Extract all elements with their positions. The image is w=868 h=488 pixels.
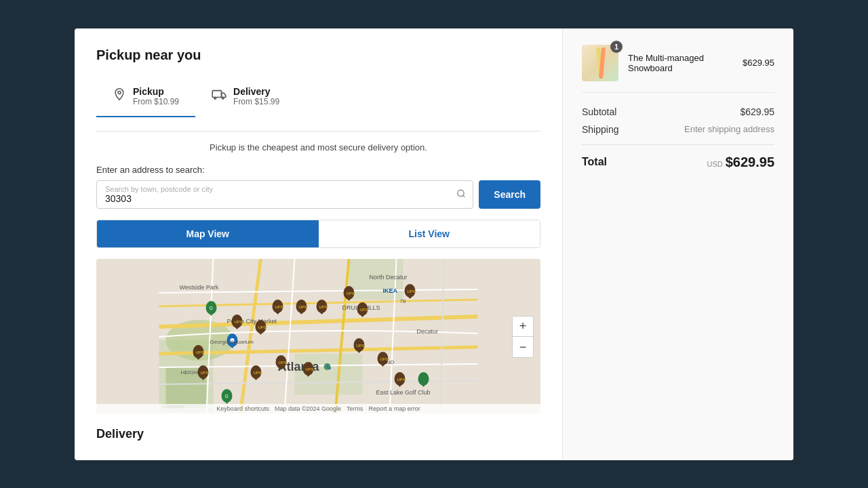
shipping-label: Shipping <box>582 124 619 135</box>
total-label: Total <box>582 156 607 168</box>
svg-line-5 <box>463 195 465 197</box>
svg-text:Decatur: Decatur <box>417 328 439 335</box>
svg-text:UPS: UPS <box>235 320 243 324</box>
map-view-button[interactable]: Map View <box>97 220 319 247</box>
pickup-icon <box>113 87 126 104</box>
svg-text:UPS: UPS <box>357 344 365 348</box>
pickup-info-text: Pickup is the cheapest and most secure d… <box>96 142 540 152</box>
total-row: Total USD $629.95 <box>582 144 774 170</box>
svg-text:G: G <box>210 306 213 310</box>
svg-rect-1 <box>212 91 221 98</box>
left-panel: Pickup near you Pickup From $10.99 <box>75 28 563 460</box>
view-toggle: Map View List View <box>96 220 540 248</box>
svg-text:UPS: UPS <box>408 289 416 293</box>
list-view-button[interactable]: List View <box>319 220 540 247</box>
currency-label: USD <box>707 160 722 168</box>
divider <box>96 131 540 131</box>
cart-item-image-wrapper: 1 <box>582 45 618 81</box>
main-container: Pickup near you Pickup From $10.99 <box>75 28 793 460</box>
delivery-option[interactable]: Delivery From $15.99 <box>195 77 296 117</box>
total-price: $629.95 <box>726 155 774 170</box>
search-button[interactable]: Search <box>479 180 540 209</box>
map-controls: + − <box>512 316 534 358</box>
delivery-icon <box>212 89 226 103</box>
cart-item-name: The Multi-managed Snowboard <box>628 53 733 73</box>
right-panel: 1 The Multi-managed Snowboard $629.95 Su… <box>563 28 793 460</box>
cart-item-price: $629.95 <box>743 58 774 68</box>
keyboard-shortcuts-link[interactable]: Keyboard shortcuts <box>216 405 269 412</box>
pickup-option[interactable]: Pickup From $10.99 <box>96 77 195 117</box>
zoom-in-button[interactable]: + <box>513 317 533 337</box>
subtotal-row: Subtotal $629.95 <box>582 106 774 117</box>
total-amount: USD $629.95 <box>707 155 774 170</box>
svg-text:G: G <box>225 394 229 399</box>
svg-text:North Decatur: North Decatur <box>370 274 408 281</box>
map-data-label: Map data ©2024 Google <box>275 405 341 412</box>
map-footer: Keyboard shortcuts Map data ©2024 Google… <box>96 404 540 413</box>
shipping-row: Shipping Enter shipping address <box>582 124 774 135</box>
subtotal-label: Subtotal <box>582 106 616 117</box>
search-placeholder: Search by town, postcode or city <box>105 185 448 193</box>
delivery-section-title: Delivery <box>96 427 540 441</box>
svg-point-3 <box>222 97 224 99</box>
delivery-option-price: From $15.99 <box>233 97 279 106</box>
page-title: Pickup near you <box>96 47 540 63</box>
svg-text:East Lake Golf Club: East Lake Golf Club <box>376 389 431 396</box>
shipping-value: Enter shipping address <box>684 124 774 135</box>
svg-text:Georgia Aquarium: Georgia Aquarium <box>210 339 254 345</box>
zoom-out-button[interactable]: − <box>513 337 533 357</box>
product-image-svg <box>588 46 612 80</box>
svg-point-0 <box>118 91 121 94</box>
svg-text:UPS: UPS <box>319 305 328 309</box>
svg-text:IKEA: IKEA <box>383 287 398 294</box>
svg-text:UPS: UPS <box>360 308 368 312</box>
address-label: Enter an address to search: <box>96 165 540 175</box>
terms-link[interactable]: Terms <box>347 405 363 412</box>
svg-text:UPS: UPS <box>201 371 209 375</box>
svg-text:78: 78 <box>400 298 406 304</box>
subtotal-value: $629.95 <box>740 106 774 117</box>
svg-text:UPS: UPS <box>397 378 406 382</box>
delivery-options: Pickup From $10.99 Delivery From $15.99 <box>96 77 540 117</box>
svg-text:UPS: UPS <box>380 357 389 361</box>
svg-text:UPS: UPS <box>279 361 287 365</box>
cart-item: 1 The Multi-managed Snowboard $629.95 <box>582 45 774 93</box>
report-map-link[interactable]: Report a map error <box>369 405 420 412</box>
svg-text:UPS: UPS <box>347 291 355 296</box>
svg-text:🐾: 🐾 <box>326 364 332 370</box>
svg-text:Westside Park: Westside Park <box>180 284 219 291</box>
item-quantity-badge: 1 <box>610 41 623 53</box>
map-container: Atlanta Westside Park North Decatur Deca… <box>96 259 540 413</box>
svg-text:UPS: UPS <box>254 371 262 375</box>
svg-text:UPS: UPS <box>258 325 267 329</box>
pickup-option-label: Pickup <box>133 86 179 97</box>
svg-point-2 <box>214 97 216 99</box>
search-input-value: 30303 <box>105 193 448 204</box>
delivery-option-label: Delivery <box>233 86 279 97</box>
svg-point-4 <box>458 190 464 196</box>
svg-text:UPS: UPS <box>299 305 307 309</box>
svg-text:UPS: UPS <box>306 367 314 371</box>
search-input-wrapper[interactable]: Search by town, postcode or city 30303 <box>96 180 473 209</box>
search-icon <box>456 188 466 200</box>
svg-text:UPS: UPS <box>275 305 283 309</box>
pickup-option-price: From $10.99 <box>133 97 179 106</box>
search-row: Search by town, postcode or city 30303 S… <box>96 180 540 209</box>
svg-text:UPS: UPS <box>196 350 204 354</box>
